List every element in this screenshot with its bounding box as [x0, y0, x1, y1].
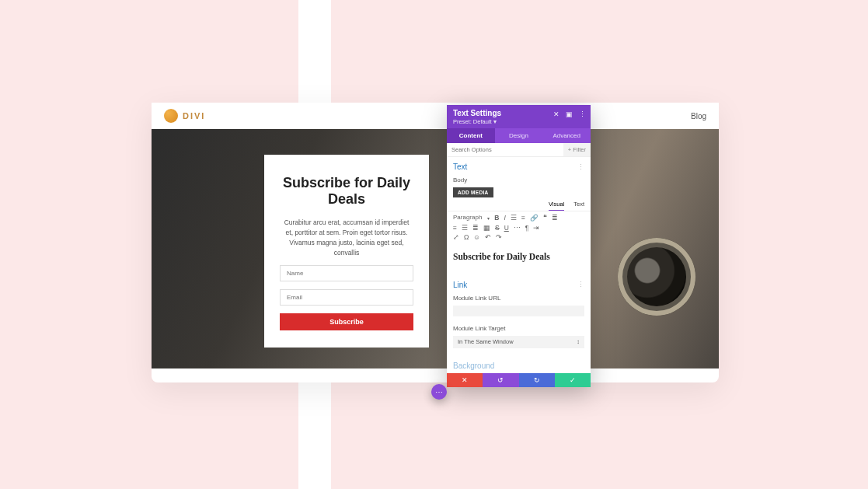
section-link[interactable]: Link ⋮ — [447, 275, 591, 292]
ul-icon[interactable]: ☰ — [511, 215, 517, 222]
add-module-pill[interactable]: ⋯ — [431, 384, 447, 400]
undo-button[interactable]: ↺ — [483, 373, 518, 387]
panel-footer: ✕ ↺ ↻ ✓ — [447, 373, 591, 387]
editor-tab-text[interactable]: Text — [573, 201, 584, 211]
site-logo[interactable]: DIVI — [164, 109, 205, 123]
body-label: Body — [447, 174, 591, 186]
align-center-icon[interactable]: ☰ — [462, 225, 468, 232]
logo-icon — [164, 109, 178, 123]
pilcrow-icon[interactable]: ¶ — [525, 225, 529, 232]
panel-header-actions: ✕ ▣ ⋮ — [553, 110, 586, 118]
close-icon[interactable]: ✕ — [553, 110, 559, 118]
search-row: + Filter — [447, 143, 591, 157]
link-target-label: Module Link Target — [447, 323, 591, 334]
camera-lens-graphic — [618, 238, 695, 316]
logo-text: DIVI — [183, 111, 205, 121]
save-button[interactable]: ✓ — [555, 373, 591, 387]
redo-icon[interactable]: ↷ — [496, 234, 502, 241]
emoji-icon[interactable]: ☺ — [473, 234, 480, 241]
email-input[interactable] — [280, 289, 413, 306]
editor-tab-visual[interactable]: Visual — [549, 201, 564, 211]
add-media-button[interactable]: ADD MEDIA — [453, 187, 493, 197]
name-input[interactable] — [280, 265, 413, 281]
section-text[interactable]: Text ⋮ — [447, 157, 591, 174]
fullscreen-icon[interactable]: ⤢ — [453, 234, 459, 241]
tab-design[interactable]: Design — [495, 128, 543, 143]
optin-body: Curabitur arcu erat, accumsan id imperdi… — [280, 218, 413, 257]
panel-header[interactable]: Text Settings Preset: Default ▾ ✕ ▣ ⋮ — [447, 105, 591, 128]
kebab-icon[interactable]: ⋮ — [579, 110, 586, 118]
link-icon[interactable]: 🔗 — [530, 215, 539, 222]
symbol-icon[interactable]: Ω — [464, 234, 469, 241]
editor-mode-tabs: Visual Text — [447, 201, 591, 211]
tab-content[interactable]: Content — [447, 128, 495, 143]
tab-advanced[interactable]: Advanced — [542, 128, 591, 143]
optin-card: Subscribe for Daily Deals Curabitur arcu… — [264, 155, 429, 348]
richtext-toolbar-row3: ⤢ Ω ☺ ↶ ↷ — [447, 234, 591, 244]
richtext-editor[interactable]: Subscribe for Daily Deals — [447, 244, 591, 275]
filter-button[interactable]: + Filter — [563, 143, 591, 156]
align-icon[interactable]: ≣ — [552, 215, 558, 222]
italic-icon[interactable]: I — [504, 215, 506, 222]
subscribe-button[interactable]: Subscribe — [280, 313, 413, 330]
panel-preset[interactable]: Preset: Default ▾ — [453, 118, 584, 125]
link-target-select[interactable]: In The Same Window ↕ — [453, 336, 584, 348]
site-topbar: DIVI Blog — [152, 103, 719, 129]
align-left-icon[interactable]: ≡ — [453, 225, 457, 232]
expand-icon[interactable]: ▣ — [566, 110, 573, 118]
bold-icon[interactable]: B — [494, 215, 499, 222]
nav-link-blog[interactable]: Blog — [691, 112, 706, 121]
cancel-button[interactable]: ✕ — [447, 373, 483, 387]
module-settings-panel: Text Settings Preset: Default ▾ ✕ ▣ ⋮ Co… — [447, 105, 591, 387]
color-icon[interactable]: ▦ — [483, 225, 490, 232]
align-right-icon[interactable]: ≣ — [472, 225, 479, 232]
chevron-down-icon: ↕ — [577, 338, 580, 345]
link-url-label: Module Link URL — [447, 292, 591, 304]
optin-title: Subscribe for Daily Deals — [280, 175, 413, 207]
section-background[interactable]: Background — [447, 356, 591, 373]
ol-icon[interactable]: ≡ — [521, 215, 525, 222]
panel-tabs: Content Design Advanced — [447, 128, 591, 143]
undo-icon[interactable]: ↶ — [485, 234, 491, 241]
link-url-input[interactable] — [453, 306, 584, 316]
hero-section: Subscribe for Daily Deals Curabitur arcu… — [152, 129, 719, 368]
indent-icon[interactable]: ⇥ — [533, 225, 539, 232]
underline-icon[interactable]: U — [504, 225, 509, 232]
quote-icon[interactable]: ❝ — [543, 215, 547, 222]
richtext-toolbar: Paragraph B I ☰ ≡ 🔗 ❝ ≣ — [447, 211, 591, 225]
builder-canvas: DIVI Blog Subscribe for Daily Deals Cura… — [152, 103, 719, 382]
search-input[interactable] — [447, 143, 563, 156]
collapse-icon[interactable]: ⋮ — [577, 281, 584, 288]
redo-button[interactable]: ↻ — [519, 373, 555, 387]
paragraph-select[interactable]: Paragraph — [453, 215, 490, 221]
more-icon[interactable]: ⋯ — [514, 225, 521, 232]
collapse-icon[interactable]: ⋮ — [577, 163, 584, 171]
strike-icon[interactable]: S — [495, 225, 500, 232]
